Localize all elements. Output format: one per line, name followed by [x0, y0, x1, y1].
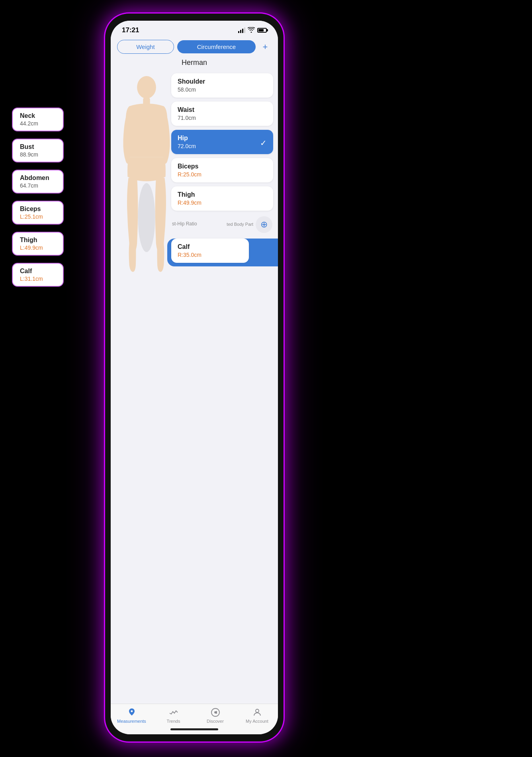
ratio-row: st-Hip Ratio ⊕ ted Body Part [171, 215, 273, 235]
label-card-thigh-left-value: L:49.9cm [20, 245, 56, 251]
battery-icon [257, 28, 267, 33]
tab-weight[interactable]: Weight [117, 40, 174, 54]
nav-item-my-account[interactable]: My Account [236, 707, 278, 724]
check-icon: ✓ [260, 138, 267, 148]
bottom-nav: Measurements Trends [111, 704, 278, 726]
tabs-row: Weight Circumference + [111, 37, 278, 56]
signal-icon [238, 27, 245, 33]
svg-point-2 [138, 183, 155, 252]
trends-nav-icon [168, 707, 179, 718]
measure-title-biceps: Biceps [178, 163, 267, 170]
status-bar: 17:21 [111, 21, 278, 37]
home-indicator [111, 726, 278, 734]
measure-title-shoulder: Shoulder [178, 78, 267, 85]
measure-value-thigh: R:49.9cm [178, 200, 267, 206]
nav-label-trends: Trends [167, 719, 180, 724]
label-card-calf-left-value: L:31.1cm [20, 276, 56, 282]
status-icons [238, 27, 267, 34]
label-card-calf-left-title: Calf [20, 268, 56, 275]
measure-title-waist: Waist [178, 106, 267, 113]
measure-card-calf-container: Calf R:35.0cm [171, 239, 273, 266]
phone-screen: 17:21 [111, 21, 278, 734]
label-card-abdomen[interactable]: Abdomen 64.7cm [12, 170, 64, 194]
home-bar [170, 728, 218, 730]
wifi-icon [248, 27, 255, 34]
measure-value-calf: R:35.0cm [178, 252, 243, 258]
measure-value-shoulder: 58.0cm [178, 86, 267, 93]
main-content: Shoulder 58.0cm Waist 71.0cm Hip 72.0cm … [111, 71, 278, 704]
label-card-biceps-left-title: Biceps [20, 205, 56, 213]
measure-title-hip: Hip [178, 135, 267, 142]
label-card-thigh-left-title: Thigh [20, 237, 56, 244]
nav-item-trends[interactable]: Trends [153, 707, 194, 724]
measurements-list: Shoulder 58.0cm Waist 71.0cm Hip 72.0cm … [166, 71, 278, 704]
nav-label-my-account: My Account [246, 719, 268, 724]
label-card-thigh-left[interactable]: Thigh L:49.9cm [12, 232, 64, 256]
svg-point-0 [137, 76, 156, 98]
label-card-biceps-left-value: L:25.1cm [20, 213, 56, 220]
label-card-abdomen-title: Abdomen [20, 174, 56, 182]
body-silhouette [115, 71, 178, 278]
label-card-neck[interactable]: Neck 44.2cm [12, 108, 64, 131]
measure-card-biceps[interactable]: Biceps R:25.0cm [171, 158, 273, 182]
measure-card-thigh[interactable]: Thigh R:49.9cm [171, 186, 273, 211]
user-name: Herman [111, 56, 278, 71]
label-card-calf-left[interactable]: Calf L:31.1cm [12, 263, 64, 287]
measurements-nav-icon [127, 707, 137, 718]
measure-card-hip[interactable]: Hip 72.0cm ✓ [171, 130, 273, 154]
nav-item-measurements[interactable]: Measurements [111, 707, 153, 724]
phone-frame: 17:21 [107, 15, 282, 740]
add-body-part-label: ted Body Part [227, 222, 253, 227]
svg-point-5 [215, 712, 216, 713]
nav-label-measurements: Measurements [117, 719, 146, 724]
measure-card-shoulder[interactable]: Shoulder 58.0cm [171, 73, 273, 98]
app-scene: Neck 44.2cm Bust 88.9cm Abdomen 64.7cm B… [0, 0, 532, 757]
my-account-nav-icon [252, 707, 262, 718]
label-card-abdomen-value: 64.7cm [20, 182, 56, 189]
svg-point-6 [256, 709, 259, 712]
add-body-part-button[interactable]: ⊕ [256, 216, 272, 233]
label-card-bust-value: 88.9cm [20, 151, 56, 158]
label-card-biceps-left[interactable]: Biceps L:25.1cm [12, 201, 64, 225]
status-time: 17:21 [122, 26, 139, 34]
label-card-neck-title: Neck [20, 112, 56, 119]
nav-label-discover: Discover [207, 719, 224, 724]
discover-nav-icon [210, 707, 221, 718]
add-measurement-button[interactable]: + [259, 41, 272, 53]
measure-value-waist: 71.0cm [178, 115, 267, 121]
measure-card-calf[interactable]: Calf R:35.0cm [171, 239, 249, 263]
measure-card-waist[interactable]: Waist 71.0cm [171, 102, 273, 126]
measure-title-thigh: Thigh [178, 191, 267, 198]
measure-value-biceps: R:25.0cm [178, 171, 267, 178]
measure-title-calf: Calf [178, 243, 243, 250]
label-card-neck-value: 44.2cm [20, 120, 56, 127]
label-cards-container: Neck 44.2cm Bust 88.9cm Abdomen 64.7cm B… [12, 108, 64, 287]
label-card-bust[interactable]: Bust 88.9cm [12, 139, 64, 162]
measure-value-hip: 72.0cm [178, 143, 267, 149]
label-card-bust-title: Bust [20, 143, 56, 151]
nav-item-discover[interactable]: Discover [194, 707, 236, 724]
tab-circumference[interactable]: Circumference [177, 40, 256, 53]
